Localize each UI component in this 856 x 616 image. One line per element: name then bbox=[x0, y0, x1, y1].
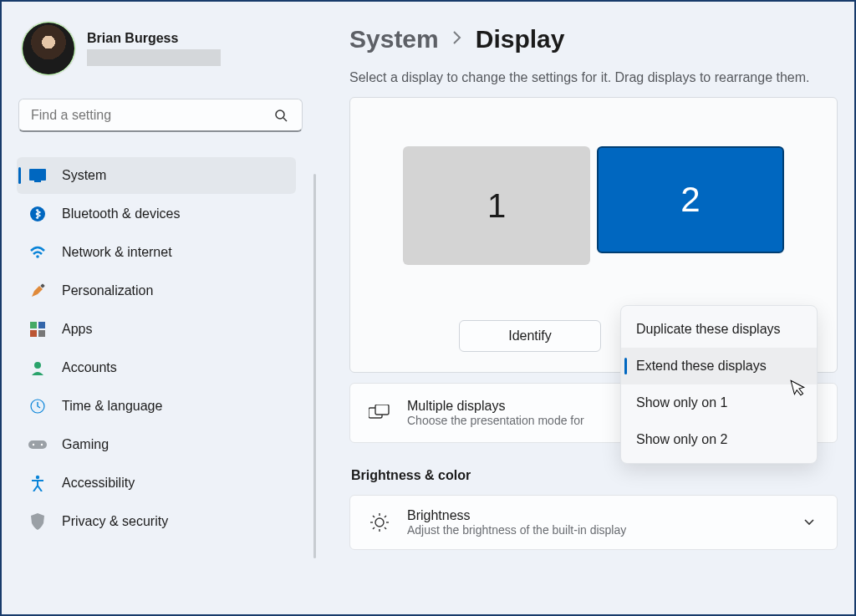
svg-rect-11 bbox=[38, 330, 45, 337]
brightness-card[interactable]: Brightness Adjust the brightness of the … bbox=[349, 495, 838, 550]
sidebar: Brian Burgess System Bluetooth & devices bbox=[2, 2, 319, 614]
section-brightness-title: Brightness & color bbox=[351, 468, 838, 483]
sidebar-item-label: Accounts bbox=[62, 360, 117, 375]
svg-rect-10 bbox=[30, 330, 37, 337]
breadcrumb: System Display bbox=[349, 25, 838, 53]
sidebar-item-apps[interactable]: Apps bbox=[17, 311, 296, 348]
identify-button[interactable]: Identify bbox=[459, 320, 601, 352]
sidebar-item-accounts[interactable]: Accounts bbox=[17, 349, 296, 386]
svg-line-25 bbox=[373, 516, 374, 517]
brightness-title: Brightness bbox=[407, 508, 626, 523]
svg-line-28 bbox=[373, 527, 374, 529]
dropdown-option-duplicate[interactable]: Duplicate these displays bbox=[621, 311, 817, 348]
sidebar-item-system[interactable]: System bbox=[17, 157, 296, 194]
profile-email-redacted bbox=[87, 49, 221, 66]
accessibility-icon bbox=[28, 474, 47, 492]
sidebar-item-label: Accessibility bbox=[62, 476, 135, 491]
svg-rect-8 bbox=[30, 322, 37, 328]
multiple-displays-text: Multiple displays Choose the presentatio… bbox=[407, 399, 584, 427]
svg-point-20 bbox=[375, 518, 384, 527]
search-box[interactable] bbox=[18, 99, 303, 132]
sidebar-item-label: Apps bbox=[62, 322, 92, 337]
svg-rect-14 bbox=[28, 440, 47, 449]
sidebar-item-privacy[interactable]: Privacy & security bbox=[17, 503, 296, 540]
sidebar-item-network[interactable]: Network & internet bbox=[17, 234, 296, 271]
svg-point-17 bbox=[36, 476, 39, 479]
presentation-mode-dropdown[interactable]: Duplicate these displays Extend these di… bbox=[620, 305, 818, 464]
sidebar-item-accessibility[interactable]: Accessibility bbox=[17, 465, 296, 501]
nav-list: System Bluetooth & devices Network & int… bbox=[17, 157, 304, 540]
brightness-subtitle: Adjust the brightness of the built-in di… bbox=[407, 523, 626, 537]
sidebar-item-label: Time & language bbox=[62, 399, 162, 414]
person-icon bbox=[28, 359, 47, 377]
svg-rect-2 bbox=[29, 169, 46, 181]
dropdown-option-extend[interactable]: Extend these displays bbox=[621, 348, 817, 384]
multiple-displays-icon bbox=[369, 405, 390, 421]
sidebar-scrollbar[interactable] bbox=[313, 174, 316, 558]
sidebar-item-bluetooth[interactable]: Bluetooth & devices bbox=[17, 196, 296, 232]
svg-line-26 bbox=[385, 527, 386, 529]
paintbrush-icon bbox=[28, 282, 47, 300]
breadcrumb-parent[interactable]: System bbox=[349, 25, 439, 53]
monitor-2[interactable]: 2 bbox=[597, 146, 784, 253]
svg-point-16 bbox=[41, 444, 43, 445]
shield-icon bbox=[28, 512, 47, 531]
profile[interactable]: Brian Burgess bbox=[22, 22, 304, 75]
svg-rect-9 bbox=[38, 322, 45, 328]
gamepad-icon bbox=[28, 435, 47, 454]
svg-rect-3 bbox=[34, 181, 41, 182]
clock-globe-icon bbox=[28, 397, 47, 415]
profile-name: Brian Burgess bbox=[87, 31, 221, 46]
svg-line-27 bbox=[385, 516, 386, 517]
wifi-icon bbox=[28, 243, 47, 262]
search-icon bbox=[272, 106, 290, 125]
brightness-icon bbox=[369, 512, 390, 533]
chevron-down-icon bbox=[803, 515, 818, 530]
svg-point-0 bbox=[276, 110, 284, 119]
dropdown-option-show1[interactable]: Show only on 1 bbox=[621, 384, 817, 421]
sidebar-item-label: Gaming bbox=[62, 437, 109, 452]
avatar bbox=[22, 22, 75, 75]
dropdown-option-show2[interactable]: Show only on 2 bbox=[621, 421, 817, 458]
sidebar-item-time[interactable]: Time & language bbox=[17, 388, 296, 425]
multiple-displays-title: Multiple displays bbox=[407, 399, 584, 414]
sidebar-item-label: Personalization bbox=[62, 283, 153, 298]
sidebar-item-label: Network & internet bbox=[62, 245, 172, 260]
svg-line-1 bbox=[283, 118, 287, 121]
search-input[interactable] bbox=[31, 108, 272, 123]
bluetooth-icon bbox=[28, 205, 47, 223]
sidebar-item-label: System bbox=[62, 168, 106, 183]
svg-point-12 bbox=[34, 362, 41, 369]
breadcrumb-current: Display bbox=[476, 25, 565, 53]
help-text: Select a display to change the settings … bbox=[349, 69, 834, 87]
multiple-displays-subtitle: Choose the presentation mode for bbox=[407, 414, 584, 427]
monitor-area[interactable]: 1 2 bbox=[365, 146, 822, 265]
sidebar-item-label: Bluetooth & devices bbox=[62, 206, 180, 221]
sidebar-item-gaming[interactable]: Gaming bbox=[17, 426, 296, 463]
svg-rect-19 bbox=[375, 405, 389, 415]
monitor-1[interactable]: 1 bbox=[403, 146, 590, 265]
sidebar-item-personalization[interactable]: Personalization bbox=[17, 272, 296, 309]
chevron-right-icon bbox=[452, 30, 462, 48]
profile-text: Brian Burgess bbox=[87, 31, 221, 66]
svg-rect-7 bbox=[40, 283, 45, 288]
svg-point-15 bbox=[33, 444, 34, 445]
svg-point-6 bbox=[36, 255, 39, 258]
apps-icon bbox=[28, 320, 47, 339]
sidebar-item-label: Privacy & security bbox=[62, 514, 168, 529]
brightness-text: Brightness Adjust the brightness of the … bbox=[407, 508, 626, 537]
display-icon bbox=[28, 166, 47, 185]
